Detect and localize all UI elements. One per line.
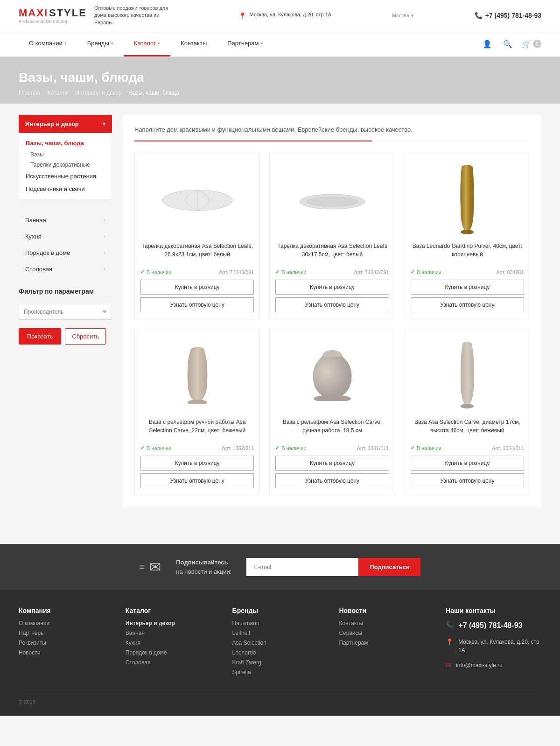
sidebar-item-candles[interactable]: Подсвечники и свечи xyxy=(19,183,112,195)
nav-right: 👤 🔍 🛒 0 xyxy=(481,38,541,50)
sidebar-bathroom-arrow: › xyxy=(104,218,105,223)
footer-brand-leifheit[interactable]: Leifheit xyxy=(232,630,328,636)
product-retail-btn-2[interactable]: Купить в розницу xyxy=(275,280,389,295)
city-selector[interactable]: Москва ▾ xyxy=(392,13,414,19)
header-phone: 📞 +7 (495) 781-48-93 xyxy=(475,12,541,19)
product-stock-6: ✔ В наличии xyxy=(411,445,441,451)
user-icon-button[interactable]: 👤 xyxy=(481,38,494,50)
cart-count: 0 xyxy=(533,40,541,48)
product-retail-btn-1[interactable]: Купить в розницу xyxy=(140,280,254,295)
nav-item-company[interactable]: О компании ▾ xyxy=(19,31,77,56)
header-address: 📍 Москва, ул. Кулакова, д.20, стр 1А xyxy=(238,12,331,20)
sidebar-item-bathroom[interactable]: Ванная › xyxy=(19,212,112,228)
product-meta-4: ✔ В наличии Арт. 1362/011 xyxy=(140,445,254,451)
footer-catalog-dining[interactable]: Столовая xyxy=(126,659,221,666)
logo: MAXI STYLE Professional Distributor xyxy=(19,7,87,24)
breadcrumb-interior[interactable]: Интерьер и декор xyxy=(75,90,121,96)
product-card-6: Ваза Asa Selection Carve, диаметр 17см, … xyxy=(405,329,530,495)
sidebar-item-kitchen[interactable]: Кухня › xyxy=(19,228,112,245)
sidebar-item-plates-deco[interactable]: Тарелки декоративные xyxy=(19,160,112,170)
sidebar-kitchen-arrow: › xyxy=(104,234,105,239)
footer-brand-spirella[interactable]: Spirella xyxy=(232,669,328,676)
footer-brand-hausmann[interactable]: Hausmann xyxy=(232,620,328,626)
newsletter-mail-icon: ✉ xyxy=(149,559,161,575)
search-icon-button[interactable]: 🔍 xyxy=(501,38,514,50)
svg-point-9 xyxy=(314,395,351,401)
footer-phone-number: +7 (495) 781-48-93 xyxy=(458,620,522,631)
nav-arrow-partners: ▾ xyxy=(261,41,263,46)
sidebar-item-vases-bowls[interactable]: Вазы, чаши, блюда xyxy=(19,137,112,149)
filter-show-button[interactable]: Показать xyxy=(19,328,61,345)
product-art-4: Арт. 1362/011 xyxy=(222,445,254,451)
product-retail-btn-3[interactable]: Купить в розницу xyxy=(411,280,524,295)
sidebar-item-order[interactable]: Порядок в доме › xyxy=(19,245,112,261)
nav-item-contacts[interactable]: Контакты xyxy=(170,31,217,56)
newsletter-section: ≡ ✉ Подписывайтесь на новости и акции: П… xyxy=(0,544,560,590)
footer-link-partners[interactable]: Партнеры xyxy=(19,630,114,636)
filter-reset-button[interactable]: Сбросить xyxy=(65,328,106,345)
footer-email-icon: ✉ xyxy=(446,662,451,669)
filter-manufacturer-select[interactable]: Производитель xyxy=(19,304,112,320)
footer-news-contacts[interactable]: Контакты xyxy=(339,620,434,626)
footer-brand-kraft[interactable]: Kraft Zwerg xyxy=(232,659,328,666)
stock-icon-2: ✔ xyxy=(275,269,280,275)
footer-catalog-kitchen[interactable]: Кухня xyxy=(126,640,221,646)
product-wholesale-btn-2[interactable]: Узнать оптовую цену xyxy=(275,297,389,312)
footer-news-services[interactable]: Сервисы xyxy=(339,630,434,636)
cart-button[interactable]: 🛒 0 xyxy=(522,40,541,49)
product-wholesale-btn-5[interactable]: Узнать оптовую цену xyxy=(275,473,389,488)
nav-item-catalog[interactable]: Каталог ▾ xyxy=(124,31,170,56)
product-stock-4: ✔ В наличии xyxy=(140,445,171,451)
product-image-3 xyxy=(411,161,524,235)
svg-point-7 xyxy=(188,400,207,404)
sidebar: Интерьер и декор ▾ Вазы, чаши, блюда Ваз… xyxy=(19,104,112,507)
vase-round-icon xyxy=(307,347,358,401)
breadcrumb-sep-2: › xyxy=(70,90,72,96)
product-wholesale-btn-1[interactable]: Узнать оптовую цену xyxy=(140,297,254,312)
footer-catalog-order[interactable]: Порядок в доме xyxy=(126,649,221,656)
product-art-5: Арт. 1361/011 xyxy=(357,445,389,451)
product-wholesale-btn-4[interactable]: Узнать оптовую цену xyxy=(140,473,254,488)
product-retail-btn-6[interactable]: Купить в розницу xyxy=(411,456,524,471)
svg-point-3 xyxy=(307,197,358,206)
product-image-4 xyxy=(140,337,254,411)
product-stock-3: ✔ В наличии xyxy=(411,269,441,275)
product-card-5: Ваза с рельефом Asa Selection Carve, руч… xyxy=(269,329,395,495)
footer-link-requisites[interactable]: Реквизиты xyxy=(19,640,114,646)
newsletter-email-input[interactable] xyxy=(246,558,358,576)
sidebar-item-vases[interactable]: Вазы xyxy=(19,149,112,160)
sidebar-item-dining[interactable]: Столовая › xyxy=(19,261,112,277)
product-retail-btn-4[interactable]: Купить в розницу xyxy=(140,456,254,471)
nav-item-partners[interactable]: Партнерам ▾ xyxy=(217,31,273,56)
footer-address-contact: 📍 Москва, ул. Кулакова, д.20, стр 1А xyxy=(446,638,541,655)
footer-link-news[interactable]: Новости xyxy=(19,649,114,656)
product-meta-6: ✔ В наличии Арт. 1334/011 xyxy=(411,445,524,451)
footer-email-contact: ✉ info@maxi-style.ru xyxy=(446,661,541,669)
product-retail-btn-5[interactable]: Купить в розницу xyxy=(275,456,389,471)
breadcrumb-catalog[interactable]: Каталог xyxy=(48,90,68,96)
footer-bottom: © 2019 xyxy=(19,692,541,704)
sidebar-category-header[interactable]: Интерьер и декор ▾ xyxy=(19,115,112,133)
product-stock-2: ✔ В наличии xyxy=(275,269,306,275)
footer-catalog-bathroom[interactable]: Ванная xyxy=(126,630,221,636)
footer-catalog-title: Каталог xyxy=(126,607,221,614)
breadcrumb-home[interactable]: Главная xyxy=(19,90,40,96)
footer-phone-icon: 📞 xyxy=(446,620,454,628)
footer-brand-leonardo[interactable]: Leonardo xyxy=(232,649,328,656)
footer-catalog-subtitle[interactable]: Интерьер и декор xyxy=(126,620,221,626)
footer-email-text: info@maxi-style.ru xyxy=(456,661,503,669)
product-meta-5: ✔ В наличии Арт. 1361/011 xyxy=(275,445,389,451)
sidebar-item-plants[interactable]: Искусственные растения xyxy=(19,170,112,183)
product-card-3: Ваза Leonardo Giardino Pulver, 40см, цве… xyxy=(405,153,530,319)
nav-item-brands[interactable]: Бренды ▾ xyxy=(77,31,124,56)
product-image-5 xyxy=(275,337,389,411)
footer-link-about[interactable]: О компании xyxy=(19,620,114,626)
footer-brand-asa[interactable]: Asa Selection xyxy=(232,640,328,646)
product-wholesale-btn-3[interactable]: Узнать оптовую цену xyxy=(411,297,524,312)
logo-area: MAXI STYLE Professional Distributor Опто… xyxy=(19,5,178,26)
footer-news-partners[interactable]: Партнерам xyxy=(339,640,434,646)
phone-icon: 📞 xyxy=(475,12,483,19)
newsletter-subscribe-button[interactable]: Подписаться xyxy=(358,558,420,576)
product-card-1: Тарелка декоративная Asa Selection Leafs… xyxy=(134,153,260,319)
product-wholesale-btn-6[interactable]: Узнать оптовую цену xyxy=(411,473,524,488)
